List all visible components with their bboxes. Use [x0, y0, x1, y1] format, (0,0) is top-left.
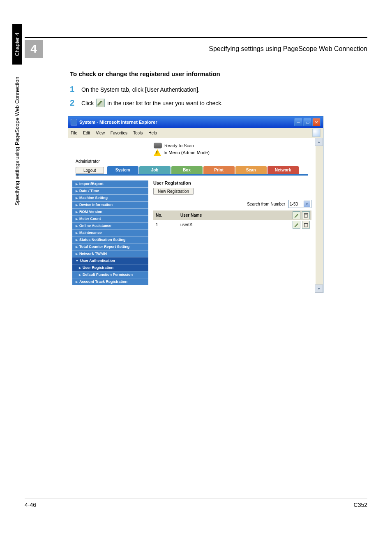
search-from-number-select[interactable]: 1-50 ▾ — [288, 200, 311, 208]
ie-icon — [71, 119, 77, 125]
sidebar-user-reg[interactable]: User Registration — [72, 264, 148, 271]
sidebar-user-auth[interactable]: User Authentication — [72, 257, 148, 264]
sidebar-status-notif[interactable]: Status Notification Setting — [72, 236, 148, 243]
menu-help[interactable]: Help — [148, 131, 157, 135]
menu-edit[interactable]: Edit — [83, 131, 90, 135]
chevron-down-icon: ▾ — [304, 201, 310, 207]
step-2-text-after: in the user list for the user you want t… — [107, 100, 223, 106]
svg-rect-1 — [304, 213, 308, 214]
window-title: System - Microsoft Internet Explorer — [79, 120, 294, 125]
tab-box[interactable]: Box — [171, 166, 203, 174]
browser-menubar: File Edit View Favorites Tools Help — [68, 128, 323, 138]
status-mode: In Menu (Admin Mode) — [164, 150, 210, 155]
svg-rect-0 — [304, 214, 307, 217]
sidebar-total-counter[interactable]: Total Counter Report Setting — [72, 243, 148, 250]
printer-status-icon — [154, 143, 162, 148]
step-2-number: 2 — [70, 98, 81, 108]
col-user-name: User Name — [180, 213, 293, 217]
main-heading: User Registration — [153, 180, 311, 185]
logout-button[interactable]: Logout — [76, 167, 104, 174]
user-list-table: No. User Name — [153, 210, 311, 229]
scrollbar-down[interactable]: ▾ — [315, 284, 323, 293]
tab-network[interactable]: Network — [267, 166, 299, 174]
sidebar-device-info[interactable]: Device Information — [72, 201, 148, 208]
tab-job[interactable]: Job — [139, 166, 171, 174]
step-1: 1 On the System tab, click [User Authent… — [70, 85, 367, 94]
admin-label: Administrator — [76, 159, 308, 164]
sidebar-rom-version[interactable]: ROM Version — [72, 208, 148, 215]
chapter-number-badge: 4 — [25, 40, 43, 58]
col-no: No. — [153, 213, 180, 217]
sidebar-online-assist[interactable]: Online Assistance — [72, 222, 148, 229]
menu-view[interactable]: View — [96, 131, 105, 135]
tab-system[interactable]: System — [107, 166, 138, 174]
ie-throbber-icon — [312, 129, 321, 137]
tab-scan[interactable]: Scan — [235, 166, 267, 174]
sidebar-maintenance[interactable]: Maintenance — [72, 229, 148, 236]
close-button[interactable]: ✕ — [312, 118, 321, 126]
sidebar-date-time[interactable]: Date / Time — [72, 187, 148, 194]
new-registration-button[interactable]: New Registration — [153, 188, 194, 195]
delete-header-icon[interactable] — [302, 211, 310, 219]
step-1-text: On the System tab, click [User Authentic… — [81, 86, 200, 93]
step-2-text-before: Click — [81, 100, 94, 106]
footer-page: 4-46 — [25, 502, 36, 508]
side-chapter-label: Chapter 4 — [12, 25, 22, 65]
sidebar-network-twain[interactable]: Network TWAIN — [72, 250, 148, 257]
cell-user-name: user01 — [180, 222, 293, 227]
search-selected-value: 1-50 — [290, 202, 298, 206]
table-header-row: No. User Name — [153, 210, 311, 220]
svg-rect-2 — [304, 224, 307, 227]
sidebar-default-perm[interactable]: Default Function Permission — [72, 271, 148, 278]
delete-user-icon[interactable] — [302, 221, 310, 229]
menu-file[interactable]: File — [71, 131, 77, 135]
window-titlebar: System - Microsoft Internet Explorer ─ ▭… — [68, 116, 323, 128]
sidebar-import-export[interactable]: Import/Export — [72, 180, 148, 187]
search-label: Search from Number — [247, 202, 285, 206]
minimize-button[interactable]: ─ — [294, 118, 302, 126]
edit-user-icon[interactable] — [293, 221, 300, 229]
side-long-text: Specifying settings using PageScope Web … — [14, 77, 20, 206]
section-heading: To check or change the registered user i… — [70, 70, 367, 77]
step-1-number: 1 — [70, 85, 81, 94]
tab-print[interactable]: Print — [203, 166, 235, 174]
sidebar-account-track[interactable]: Account Track Registration — [72, 278, 148, 285]
step-2: 2 Click in the user list for the user yo… — [70, 98, 367, 108]
browser-window: System - Microsoft Internet Explorer ─ ▭… — [68, 116, 323, 293]
edit-header-icon[interactable] — [293, 211, 300, 219]
table-row: 1 user01 — [153, 220, 311, 229]
cell-no: 1 — [153, 222, 180, 227]
svg-rect-3 — [304, 223, 308, 224]
sidebar-machine-setting[interactable]: Machine Setting — [72, 194, 148, 201]
warning-icon — [154, 149, 161, 156]
maximize-button[interactable]: ▭ — [303, 118, 311, 126]
status-ready: Ready to Scan — [164, 143, 194, 148]
scrollbar-up[interactable]: ▴ — [315, 138, 323, 146]
step-2-text: Click in the user list for the user you … — [81, 99, 223, 107]
footer-model: C352 — [354, 502, 367, 508]
menu-favorites[interactable]: Favorites — [111, 131, 127, 135]
pencil-icon — [96, 99, 105, 107]
menu-tools[interactable]: Tools — [133, 131, 143, 135]
sidebar-meter-count[interactable]: Meter Count — [72, 215, 148, 222]
page-header-title: Specifying settings using PageScope Web … — [51, 45, 367, 53]
system-sidebar: Import/Export Date / Time Machine Settin… — [72, 180, 148, 285]
page-footer: 4-46 C352 — [25, 499, 367, 508]
side-vertical-label: Specifying settings using PageScope Web … — [12, 25, 22, 206]
